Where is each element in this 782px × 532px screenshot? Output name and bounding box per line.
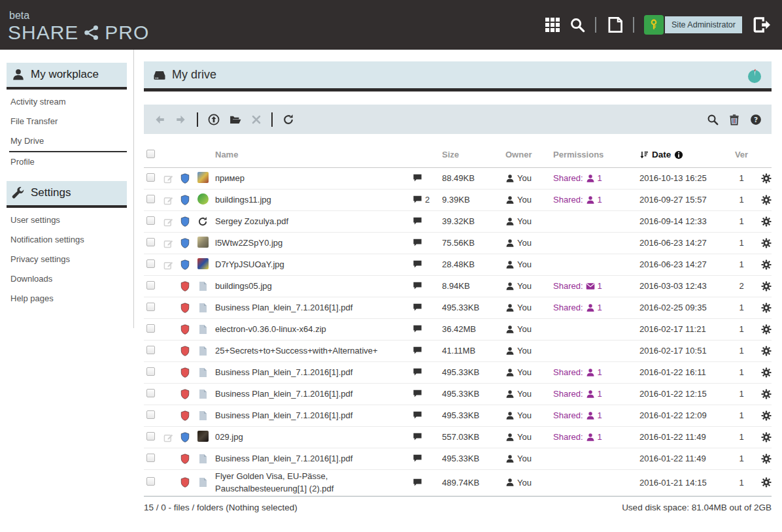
edit-icon[interactable] xyxy=(163,433,173,442)
apps-grid-icon[interactable] xyxy=(545,18,560,32)
open-folder-icon[interactable] xyxy=(230,114,241,125)
file-name[interactable]: D7rYpJSUOaY.jpg xyxy=(215,258,413,271)
column-header-ver[interactable]: Ver xyxy=(730,150,753,159)
permissions-shared[interactable]: Shared: 1 xyxy=(553,432,602,442)
comment-icon[interactable] xyxy=(413,238,422,248)
file-name[interactable]: Business Plan_klein_7.1.2016[1].pdf xyxy=(215,366,413,379)
file-name[interactable]: пример xyxy=(215,172,413,185)
row-checkbox[interactable] xyxy=(146,367,155,376)
file-name[interactable]: buildings11.jpg xyxy=(215,193,413,207)
user-menu[interactable]: Site Administrator xyxy=(644,15,742,35)
edit-icon[interactable] xyxy=(163,195,173,205)
file-name[interactable]: Business Plan_klein_7.1.2016[1].pdf xyxy=(215,409,413,422)
permissions-shared[interactable]: Shared: 1 xyxy=(553,410,602,420)
clipboard-icon[interactable] xyxy=(606,16,623,33)
sidebar-item-downloads[interactable]: Downloads xyxy=(9,269,127,289)
edit-icon[interactable] xyxy=(163,260,173,270)
row-checkbox[interactable] xyxy=(146,216,155,225)
row-checkbox[interactable] xyxy=(146,259,155,268)
comment-icon[interactable] xyxy=(413,216,422,226)
gear-icon[interactable] xyxy=(761,477,772,488)
gear-icon[interactable] xyxy=(761,195,772,205)
forward-icon[interactable] xyxy=(175,114,187,125)
gear-icon[interactable] xyxy=(761,173,772,184)
gear-icon[interactable] xyxy=(761,324,772,335)
sidebar-item-help-pages[interactable]: Help pages xyxy=(9,289,127,308)
edit-icon[interactable] xyxy=(163,239,173,248)
file-name[interactable]: 25+Secrets+to+Success+with+Alternative+ xyxy=(215,344,413,357)
row-checkbox[interactable] xyxy=(146,324,155,333)
gear-icon[interactable] xyxy=(761,367,772,378)
logout-icon[interactable] xyxy=(752,16,770,34)
column-header-date[interactable]: Date xyxy=(639,150,730,159)
sidebar-item-activity-stream[interactable]: Activity stream xyxy=(9,92,127,112)
disk-usage-pie-icon[interactable] xyxy=(747,69,762,84)
comment-icon[interactable] xyxy=(413,324,422,334)
row-checkbox[interactable] xyxy=(146,432,155,441)
edit-icon[interactable] xyxy=(163,217,173,227)
upload-icon[interactable] xyxy=(208,114,220,125)
comment-icon[interactable] xyxy=(413,389,422,399)
search-icon[interactable] xyxy=(570,17,585,33)
file-name[interactable]: Flyer Golden Visa, EU-Pässe,Pauschalbest… xyxy=(215,470,413,495)
gear-icon[interactable] xyxy=(761,454,772,464)
comment-icon[interactable] xyxy=(413,432,422,442)
file-name[interactable]: 029.jpg xyxy=(215,431,413,444)
row-checkbox[interactable] xyxy=(146,303,155,311)
comment-icon[interactable] xyxy=(413,259,422,269)
gear-icon[interactable] xyxy=(761,432,772,442)
permissions-shared[interactable]: Shared: 1 xyxy=(553,303,602,312)
sidebar-item-my-drive[interactable]: My Drive xyxy=(9,131,127,152)
sidebar-item-file-transfer[interactable]: File Transfer xyxy=(9,112,127,131)
file-name[interactable]: Business Plan_klein_7.1.2016[1].pdf xyxy=(215,388,413,401)
row-checkbox[interactable] xyxy=(146,238,155,246)
sidebar-item-privacy-settings[interactable]: Privacy settings xyxy=(9,250,127,269)
comment-icon[interactable] xyxy=(413,478,422,488)
back-icon[interactable] xyxy=(154,114,165,125)
permissions-shared[interactable]: Shared: 1 xyxy=(553,281,602,291)
delete-icon[interactable] xyxy=(251,114,262,125)
sidebar-item-user-settings[interactable]: User settings xyxy=(9,210,127,230)
row-checkbox[interactable] xyxy=(146,195,155,203)
comment-icon[interactable] xyxy=(413,410,422,420)
row-checkbox[interactable] xyxy=(146,454,155,462)
row-checkbox[interactable] xyxy=(146,410,155,419)
user-avatar[interactable] xyxy=(644,15,664,35)
column-header-owner[interactable]: Owner xyxy=(505,150,553,159)
gear-icon[interactable] xyxy=(761,238,772,248)
row-checkbox[interactable] xyxy=(146,173,155,182)
gear-icon[interactable] xyxy=(761,389,772,399)
permissions-shared[interactable]: Shared: 1 xyxy=(553,389,602,399)
file-name[interactable]: Business Plan_klein_7.1.2016[1].pdf xyxy=(215,301,413,314)
file-name[interactable]: Business Plan_klein_7.1.2016[1].pdf xyxy=(215,452,413,465)
gear-icon[interactable] xyxy=(761,216,772,227)
permissions-shared[interactable]: Shared: 1 xyxy=(553,367,602,377)
file-name[interactable]: l5Wtw2ZSpY0.jpg xyxy=(215,237,413,250)
column-header-permissions[interactable]: Permissions xyxy=(553,150,639,159)
sidebar-item-notification-settings[interactable]: Notification settings xyxy=(9,230,127,250)
sidebar-item-profile[interactable]: Profile xyxy=(9,152,127,172)
comment-icon[interactable] xyxy=(413,281,422,291)
comment-icon[interactable] xyxy=(413,195,422,205)
refresh-icon[interactable] xyxy=(282,114,294,125)
info-icon[interactable] xyxy=(674,150,683,159)
gear-icon[interactable] xyxy=(761,281,772,291)
select-all-checkbox[interactable] xyxy=(146,150,155,158)
search-files-icon[interactable] xyxy=(707,114,719,125)
column-header-name[interactable]: Name xyxy=(215,148,413,161)
gear-icon[interactable] xyxy=(761,346,772,356)
comment-icon[interactable] xyxy=(413,454,422,463)
row-checkbox[interactable] xyxy=(146,477,155,486)
comment-icon[interactable] xyxy=(413,173,422,183)
file-name[interactable]: Sergey Zozulya.pdf xyxy=(215,215,413,228)
gear-icon[interactable] xyxy=(761,259,772,270)
file-name[interactable]: buildings05.jpg xyxy=(215,280,413,293)
row-checkbox[interactable] xyxy=(146,281,155,290)
comment-icon[interactable] xyxy=(413,367,422,377)
comment-icon[interactable] xyxy=(413,346,422,356)
permissions-shared[interactable]: Shared: 1 xyxy=(553,173,602,183)
comment-icon[interactable] xyxy=(413,303,422,312)
edit-icon[interactable] xyxy=(163,174,173,184)
row-checkbox[interactable] xyxy=(146,346,155,354)
file-name[interactable]: electron-v0.36.0-linux-x64.zip xyxy=(215,323,413,336)
